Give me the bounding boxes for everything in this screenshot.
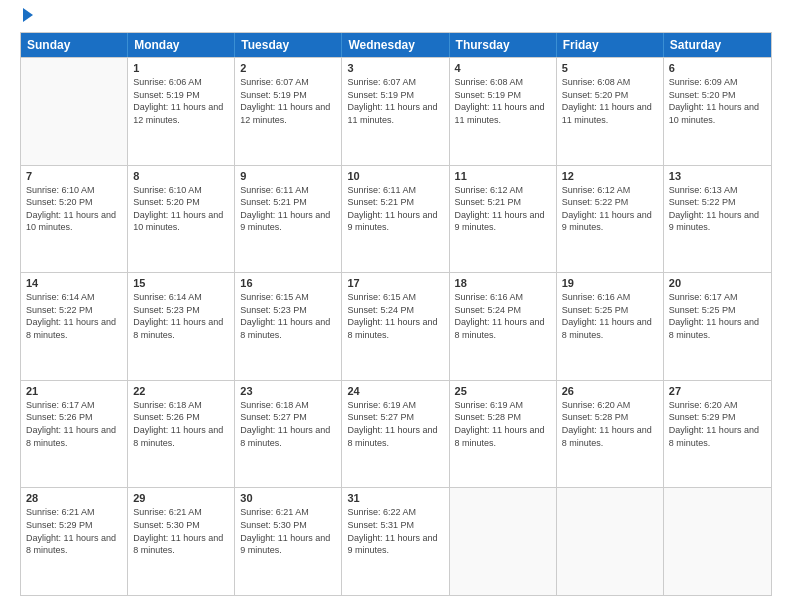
page-header bbox=[20, 16, 772, 22]
calendar: SundayMondayTuesdayWednesdayThursdayFrid… bbox=[20, 32, 772, 596]
calendar-day-cell: 14Sunrise: 6:14 AMSunset: 5:22 PMDayligh… bbox=[21, 273, 128, 380]
calendar-day-cell bbox=[664, 488, 771, 595]
calendar-day-cell: 17Sunrise: 6:15 AMSunset: 5:24 PMDayligh… bbox=[342, 273, 449, 380]
calendar-header-day: Wednesday bbox=[342, 33, 449, 57]
calendar-day-cell: 15Sunrise: 6:14 AMSunset: 5:23 PMDayligh… bbox=[128, 273, 235, 380]
cell-date-number: 13 bbox=[669, 170, 766, 182]
cell-sun-info: Sunrise: 6:08 AMSunset: 5:20 PMDaylight:… bbox=[562, 76, 658, 126]
cell-sun-info: Sunrise: 6:10 AMSunset: 5:20 PMDaylight:… bbox=[26, 184, 122, 234]
cell-sun-info: Sunrise: 6:11 AMSunset: 5:21 PMDaylight:… bbox=[347, 184, 443, 234]
cell-sun-info: Sunrise: 6:12 AMSunset: 5:21 PMDaylight:… bbox=[455, 184, 551, 234]
cell-date-number: 30 bbox=[240, 492, 336, 504]
calendar-day-cell: 24Sunrise: 6:19 AMSunset: 5:27 PMDayligh… bbox=[342, 381, 449, 488]
calendar-week-row: 21Sunrise: 6:17 AMSunset: 5:26 PMDayligh… bbox=[21, 380, 771, 488]
cell-date-number: 9 bbox=[240, 170, 336, 182]
cell-date-number: 17 bbox=[347, 277, 443, 289]
calendar-day-cell: 22Sunrise: 6:18 AMSunset: 5:26 PMDayligh… bbox=[128, 381, 235, 488]
calendar-day-cell: 11Sunrise: 6:12 AMSunset: 5:21 PMDayligh… bbox=[450, 166, 557, 273]
calendar-day-cell: 21Sunrise: 6:17 AMSunset: 5:26 PMDayligh… bbox=[21, 381, 128, 488]
cell-sun-info: Sunrise: 6:15 AMSunset: 5:23 PMDaylight:… bbox=[240, 291, 336, 341]
cell-date-number: 4 bbox=[455, 62, 551, 74]
calendar-week-row: 14Sunrise: 6:14 AMSunset: 5:22 PMDayligh… bbox=[21, 272, 771, 380]
cell-sun-info: Sunrise: 6:21 AMSunset: 5:30 PMDaylight:… bbox=[133, 506, 229, 556]
cell-date-number: 21 bbox=[26, 385, 122, 397]
cell-sun-info: Sunrise: 6:14 AMSunset: 5:22 PMDaylight:… bbox=[26, 291, 122, 341]
calendar-header-day: Monday bbox=[128, 33, 235, 57]
cell-sun-info: Sunrise: 6:13 AMSunset: 5:22 PMDaylight:… bbox=[669, 184, 766, 234]
cell-sun-info: Sunrise: 6:07 AMSunset: 5:19 PMDaylight:… bbox=[347, 76, 443, 126]
calendar-day-cell: 4Sunrise: 6:08 AMSunset: 5:19 PMDaylight… bbox=[450, 58, 557, 165]
calendar-day-cell bbox=[450, 488, 557, 595]
cell-date-number: 19 bbox=[562, 277, 658, 289]
calendar-day-cell: 28Sunrise: 6:21 AMSunset: 5:29 PMDayligh… bbox=[21, 488, 128, 595]
cell-date-number: 24 bbox=[347, 385, 443, 397]
cell-date-number: 29 bbox=[133, 492, 229, 504]
calendar-day-cell: 25Sunrise: 6:19 AMSunset: 5:28 PMDayligh… bbox=[450, 381, 557, 488]
calendar-day-cell: 7Sunrise: 6:10 AMSunset: 5:20 PMDaylight… bbox=[21, 166, 128, 273]
calendar-day-cell bbox=[21, 58, 128, 165]
cell-date-number: 3 bbox=[347, 62, 443, 74]
cell-sun-info: Sunrise: 6:19 AMSunset: 5:27 PMDaylight:… bbox=[347, 399, 443, 449]
cell-sun-info: Sunrise: 6:09 AMSunset: 5:20 PMDaylight:… bbox=[669, 76, 766, 126]
cell-sun-info: Sunrise: 6:18 AMSunset: 5:26 PMDaylight:… bbox=[133, 399, 229, 449]
calendar-day-cell: 2Sunrise: 6:07 AMSunset: 5:19 PMDaylight… bbox=[235, 58, 342, 165]
calendar-day-cell: 8Sunrise: 6:10 AMSunset: 5:20 PMDaylight… bbox=[128, 166, 235, 273]
cell-date-number: 18 bbox=[455, 277, 551, 289]
cell-date-number: 10 bbox=[347, 170, 443, 182]
calendar-day-cell: 3Sunrise: 6:07 AMSunset: 5:19 PMDaylight… bbox=[342, 58, 449, 165]
cell-sun-info: Sunrise: 6:19 AMSunset: 5:28 PMDaylight:… bbox=[455, 399, 551, 449]
cell-date-number: 26 bbox=[562, 385, 658, 397]
calendar-day-cell: 30Sunrise: 6:21 AMSunset: 5:30 PMDayligh… bbox=[235, 488, 342, 595]
calendar-day-cell: 27Sunrise: 6:20 AMSunset: 5:29 PMDayligh… bbox=[664, 381, 771, 488]
cell-sun-info: Sunrise: 6:07 AMSunset: 5:19 PMDaylight:… bbox=[240, 76, 336, 126]
cell-date-number: 31 bbox=[347, 492, 443, 504]
calendar-header-day: Tuesday bbox=[235, 33, 342, 57]
calendar-day-cell: 16Sunrise: 6:15 AMSunset: 5:23 PMDayligh… bbox=[235, 273, 342, 380]
calendar-body: 1Sunrise: 6:06 AMSunset: 5:19 PMDaylight… bbox=[21, 57, 771, 595]
cell-sun-info: Sunrise: 6:20 AMSunset: 5:29 PMDaylight:… bbox=[669, 399, 766, 449]
cell-sun-info: Sunrise: 6:18 AMSunset: 5:27 PMDaylight:… bbox=[240, 399, 336, 449]
cell-date-number: 25 bbox=[455, 385, 551, 397]
calendar-day-cell bbox=[557, 488, 664, 595]
calendar-day-cell: 13Sunrise: 6:13 AMSunset: 5:22 PMDayligh… bbox=[664, 166, 771, 273]
calendar-day-cell: 23Sunrise: 6:18 AMSunset: 5:27 PMDayligh… bbox=[235, 381, 342, 488]
cell-date-number: 12 bbox=[562, 170, 658, 182]
cell-sun-info: Sunrise: 6:17 AMSunset: 5:26 PMDaylight:… bbox=[26, 399, 122, 449]
calendar-header-day: Saturday bbox=[664, 33, 771, 57]
cell-date-number: 8 bbox=[133, 170, 229, 182]
cell-sun-info: Sunrise: 6:16 AMSunset: 5:24 PMDaylight:… bbox=[455, 291, 551, 341]
calendar-header-day: Friday bbox=[557, 33, 664, 57]
cell-sun-info: Sunrise: 6:12 AMSunset: 5:22 PMDaylight:… bbox=[562, 184, 658, 234]
cell-date-number: 20 bbox=[669, 277, 766, 289]
cell-sun-info: Sunrise: 6:22 AMSunset: 5:31 PMDaylight:… bbox=[347, 506, 443, 556]
calendar-day-cell: 1Sunrise: 6:06 AMSunset: 5:19 PMDaylight… bbox=[128, 58, 235, 165]
cell-date-number: 27 bbox=[669, 385, 766, 397]
cell-date-number: 1 bbox=[133, 62, 229, 74]
cell-sun-info: Sunrise: 6:16 AMSunset: 5:25 PMDaylight:… bbox=[562, 291, 658, 341]
cell-date-number: 7 bbox=[26, 170, 122, 182]
cell-date-number: 28 bbox=[26, 492, 122, 504]
cell-date-number: 22 bbox=[133, 385, 229, 397]
cell-date-number: 16 bbox=[240, 277, 336, 289]
calendar-day-cell: 31Sunrise: 6:22 AMSunset: 5:31 PMDayligh… bbox=[342, 488, 449, 595]
calendar-day-cell: 10Sunrise: 6:11 AMSunset: 5:21 PMDayligh… bbox=[342, 166, 449, 273]
cell-sun-info: Sunrise: 6:08 AMSunset: 5:19 PMDaylight:… bbox=[455, 76, 551, 126]
calendar-header-day: Thursday bbox=[450, 33, 557, 57]
cell-sun-info: Sunrise: 6:10 AMSunset: 5:20 PMDaylight:… bbox=[133, 184, 229, 234]
logo bbox=[20, 16, 33, 22]
calendar-day-cell: 26Sunrise: 6:20 AMSunset: 5:28 PMDayligh… bbox=[557, 381, 664, 488]
cell-sun-info: Sunrise: 6:11 AMSunset: 5:21 PMDaylight:… bbox=[240, 184, 336, 234]
calendar-day-cell: 6Sunrise: 6:09 AMSunset: 5:20 PMDaylight… bbox=[664, 58, 771, 165]
calendar-day-cell: 19Sunrise: 6:16 AMSunset: 5:25 PMDayligh… bbox=[557, 273, 664, 380]
cell-sun-info: Sunrise: 6:21 AMSunset: 5:29 PMDaylight:… bbox=[26, 506, 122, 556]
calendar-day-cell: 18Sunrise: 6:16 AMSunset: 5:24 PMDayligh… bbox=[450, 273, 557, 380]
cell-date-number: 6 bbox=[669, 62, 766, 74]
cell-date-number: 5 bbox=[562, 62, 658, 74]
cell-sun-info: Sunrise: 6:06 AMSunset: 5:19 PMDaylight:… bbox=[133, 76, 229, 126]
cell-sun-info: Sunrise: 6:17 AMSunset: 5:25 PMDaylight:… bbox=[669, 291, 766, 341]
calendar-header-row: SundayMondayTuesdayWednesdayThursdayFrid… bbox=[21, 33, 771, 57]
cell-sun-info: Sunrise: 6:15 AMSunset: 5:24 PMDaylight:… bbox=[347, 291, 443, 341]
calendar-header-day: Sunday bbox=[21, 33, 128, 57]
cell-date-number: 23 bbox=[240, 385, 336, 397]
calendar-week-row: 7Sunrise: 6:10 AMSunset: 5:20 PMDaylight… bbox=[21, 165, 771, 273]
